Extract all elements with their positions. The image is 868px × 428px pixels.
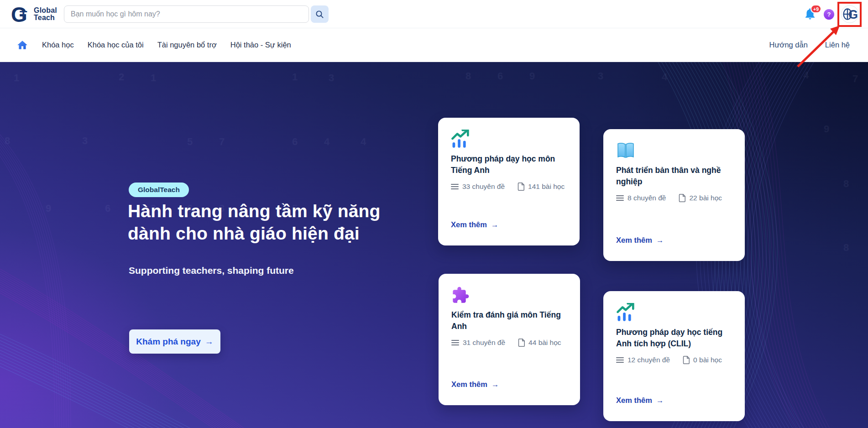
hero-title: Hành trang nâng tầm kỹ năng dành cho nhà… — [128, 200, 381, 245]
puzzle-icon — [451, 286, 470, 305]
help-button[interactable]: ? — [824, 9, 834, 20]
nav-item-khoa-hoc-cua-toi[interactable]: Khóa học của tôi — [88, 41, 144, 49]
book-icon — [616, 141, 635, 160]
card-title: Phương pháp dạy học môn Tiếng Anh — [451, 153, 569, 176]
hero-subtitle: Supporting teachers, shaping future — [129, 265, 294, 276]
home-icon[interactable] — [16, 39, 28, 51]
card-meta: 31 chuyên đề 44 bài học — [451, 339, 574, 347]
main-navigation: Khóa học Khóa học của tôi Tài nguyên bổ … — [0, 28, 868, 62]
see-more-link[interactable]: Xem thêm→ — [451, 380, 499, 389]
search-input[interactable] — [64, 5, 309, 23]
card-meta: 12 chuyên đề 0 bài học — [616, 356, 738, 364]
lessons-file-icon — [518, 183, 524, 191]
avatar-globe-logo-icon: G — [841, 5, 859, 23]
nav-item-hoi-thao-su-kien[interactable]: Hội thảo - Sự kiện — [230, 41, 291, 49]
arrow-right-icon: → — [492, 380, 499, 389]
brand-name-line1: Global — [34, 7, 57, 14]
search-icon — [315, 10, 324, 19]
nav-item-tai-nguyen-bo-tro[interactable]: Tài nguyên bổ trợ — [157, 41, 217, 49]
card-meta: 8 chuyên đề 22 bài học — [616, 194, 738, 202]
topics-list-icon — [616, 357, 624, 363]
hero-section: 121138693483576444963635898847 GlobalTea… — [0, 62, 868, 428]
notification-count-badge: +9 — [810, 5, 821, 13]
svg-text:T: T — [20, 9, 27, 22]
lessons-file-icon — [518, 339, 525, 347]
topics-list-icon — [451, 339, 459, 346]
question-mark-icon: ? — [827, 11, 831, 18]
globalteach-monogram-icon: G T — [11, 4, 32, 25]
course-card[interactable]: Phương pháp dạy học môn Tiếng Anh 33 chu… — [438, 118, 580, 245]
notifications-button[interactable]: +9 — [803, 6, 819, 23]
course-card[interactable]: Kiểm tra đánh giá môn Tiếng Anh 31 chuyê… — [439, 274, 580, 405]
chart-up-icon — [616, 303, 635, 322]
arrow-right-icon: → — [491, 220, 499, 229]
topics-list-icon — [451, 183, 459, 190]
card-title: Kiểm tra đánh giá môn Tiếng Anh — [451, 309, 569, 332]
arrow-right-icon: → — [656, 396, 664, 405]
see-more-link[interactable]: Xem thêm→ — [616, 396, 664, 405]
see-more-link[interactable]: Xem thêm→ — [616, 236, 664, 245]
nav-item-huong-dan[interactable]: Hướng dẫn — [769, 41, 808, 49]
brand-logo[interactable]: G T Global Teach — [11, 4, 57, 25]
top-header: G T Global Teach +9 ? G — [0, 0, 868, 28]
chart-up-icon — [451, 130, 470, 149]
brand-name-line2: Teach — [34, 14, 57, 21]
arrow-right-icon: → — [205, 337, 214, 347]
svg-text:G: G — [848, 8, 858, 21]
explore-now-button[interactable]: Khám phá ngay→ — [129, 329, 220, 354]
nav-item-khoa-hoc[interactable]: Khóa học — [42, 41, 74, 49]
lessons-file-icon — [679, 194, 685, 202]
lessons-file-icon — [683, 356, 690, 364]
hero-badge: GlobalTeach — [129, 183, 189, 197]
user-avatar[interactable]: G — [841, 5, 859, 23]
nav-item-lien-he[interactable]: Liên hệ — [825, 41, 850, 49]
card-meta: 33 chuyên đề 141 bài học — [451, 183, 573, 191]
course-card[interactable]: Phát triển bản thân và nghề nghiệp 8 chu… — [603, 129, 745, 261]
card-title: Phát triển bản thân và nghề nghiệp — [616, 165, 734, 188]
arrow-right-icon: → — [656, 236, 664, 245]
course-card[interactable]: Phương pháp dạy học tiếng Anh tích hợp (… — [603, 291, 745, 421]
see-more-link[interactable]: Xem thêm→ — [451, 220, 498, 229]
search-button[interactable] — [311, 5, 329, 23]
card-title: Phương pháp dạy học tiếng Anh tích hợp (… — [616, 327, 734, 350]
topics-list-icon — [616, 195, 624, 201]
